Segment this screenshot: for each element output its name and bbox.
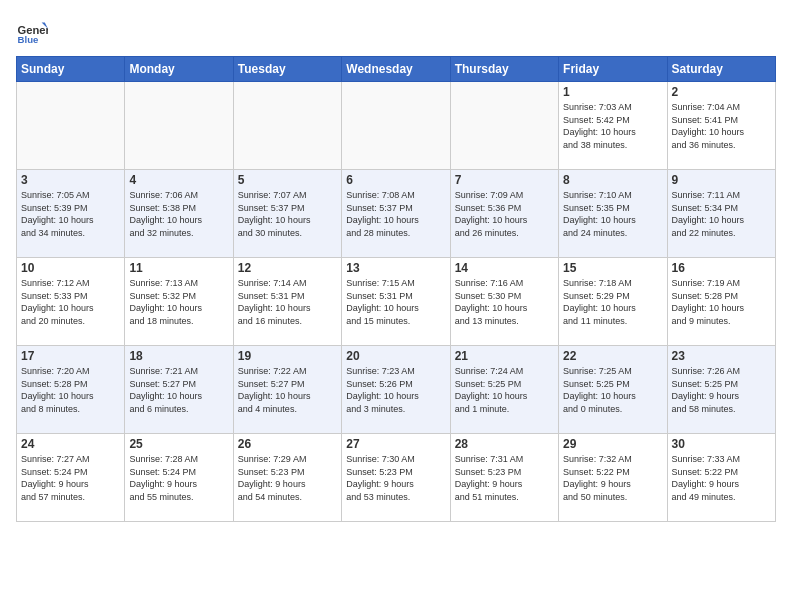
weekday-header-wednesday: Wednesday [342, 57, 450, 82]
calendar-cell: 25Sunrise: 7:28 AMSunset: 5:24 PMDayligh… [125, 434, 233, 522]
day-number: 12 [238, 261, 337, 275]
calendar-cell: 20Sunrise: 7:23 AMSunset: 5:26 PMDayligh… [342, 346, 450, 434]
day-number: 13 [346, 261, 445, 275]
day-info: Sunrise: 7:03 AMSunset: 5:42 PMDaylight:… [563, 101, 662, 151]
calendar-week-5: 24Sunrise: 7:27 AMSunset: 5:24 PMDayligh… [17, 434, 776, 522]
day-info: Sunrise: 7:31 AMSunset: 5:23 PMDaylight:… [455, 453, 554, 503]
day-number: 16 [672, 261, 771, 275]
calendar-cell: 16Sunrise: 7:19 AMSunset: 5:28 PMDayligh… [667, 258, 775, 346]
day-info: Sunrise: 7:06 AMSunset: 5:38 PMDaylight:… [129, 189, 228, 239]
calendar-cell: 6Sunrise: 7:08 AMSunset: 5:37 PMDaylight… [342, 170, 450, 258]
day-number: 25 [129, 437, 228, 451]
day-number: 28 [455, 437, 554, 451]
calendar-cell: 26Sunrise: 7:29 AMSunset: 5:23 PMDayligh… [233, 434, 341, 522]
day-number: 8 [563, 173, 662, 187]
calendar-table: SundayMondayTuesdayWednesdayThursdayFrid… [16, 56, 776, 522]
weekday-header-saturday: Saturday [667, 57, 775, 82]
day-number: 10 [21, 261, 120, 275]
calendar-cell: 28Sunrise: 7:31 AMSunset: 5:23 PMDayligh… [450, 434, 558, 522]
day-number: 11 [129, 261, 228, 275]
day-number: 30 [672, 437, 771, 451]
calendar-cell: 10Sunrise: 7:12 AMSunset: 5:33 PMDayligh… [17, 258, 125, 346]
calendar-cell: 19Sunrise: 7:22 AMSunset: 5:27 PMDayligh… [233, 346, 341, 434]
day-info: Sunrise: 7:10 AMSunset: 5:35 PMDaylight:… [563, 189, 662, 239]
calendar-cell: 9Sunrise: 7:11 AMSunset: 5:34 PMDaylight… [667, 170, 775, 258]
day-number: 23 [672, 349, 771, 363]
calendar-week-4: 17Sunrise: 7:20 AMSunset: 5:28 PMDayligh… [17, 346, 776, 434]
calendar-cell: 14Sunrise: 7:16 AMSunset: 5:30 PMDayligh… [450, 258, 558, 346]
day-info: Sunrise: 7:13 AMSunset: 5:32 PMDaylight:… [129, 277, 228, 327]
day-number: 3 [21, 173, 120, 187]
calendar-cell: 7Sunrise: 7:09 AMSunset: 5:36 PMDaylight… [450, 170, 558, 258]
day-info: Sunrise: 7:22 AMSunset: 5:27 PMDaylight:… [238, 365, 337, 415]
svg-text:Blue: Blue [18, 34, 39, 45]
day-number: 14 [455, 261, 554, 275]
logo-icon: General Blue [16, 16, 48, 48]
day-info: Sunrise: 7:26 AMSunset: 5:25 PMDaylight:… [672, 365, 771, 415]
calendar-cell: 17Sunrise: 7:20 AMSunset: 5:28 PMDayligh… [17, 346, 125, 434]
day-info: Sunrise: 7:12 AMSunset: 5:33 PMDaylight:… [21, 277, 120, 327]
calendar-cell: 15Sunrise: 7:18 AMSunset: 5:29 PMDayligh… [559, 258, 667, 346]
calendar-cell: 8Sunrise: 7:10 AMSunset: 5:35 PMDaylight… [559, 170, 667, 258]
day-number: 20 [346, 349, 445, 363]
calendar-cell: 18Sunrise: 7:21 AMSunset: 5:27 PMDayligh… [125, 346, 233, 434]
calendar-cell: 22Sunrise: 7:25 AMSunset: 5:25 PMDayligh… [559, 346, 667, 434]
calendar-cell: 1Sunrise: 7:03 AMSunset: 5:42 PMDaylight… [559, 82, 667, 170]
day-number: 21 [455, 349, 554, 363]
day-number: 7 [455, 173, 554, 187]
day-info: Sunrise: 7:20 AMSunset: 5:28 PMDaylight:… [21, 365, 120, 415]
day-number: 17 [21, 349, 120, 363]
calendar-cell: 12Sunrise: 7:14 AMSunset: 5:31 PMDayligh… [233, 258, 341, 346]
day-info: Sunrise: 7:27 AMSunset: 5:24 PMDaylight:… [21, 453, 120, 503]
day-info: Sunrise: 7:33 AMSunset: 5:22 PMDaylight:… [672, 453, 771, 503]
day-number: 19 [238, 349, 337, 363]
calendar-week-1: 1Sunrise: 7:03 AMSunset: 5:42 PMDaylight… [17, 82, 776, 170]
calendar-cell [450, 82, 558, 170]
day-info: Sunrise: 7:23 AMSunset: 5:26 PMDaylight:… [346, 365, 445, 415]
calendar-cell: 11Sunrise: 7:13 AMSunset: 5:32 PMDayligh… [125, 258, 233, 346]
day-info: Sunrise: 7:32 AMSunset: 5:22 PMDaylight:… [563, 453, 662, 503]
day-info: Sunrise: 7:04 AMSunset: 5:41 PMDaylight:… [672, 101, 771, 151]
day-info: Sunrise: 7:11 AMSunset: 5:34 PMDaylight:… [672, 189, 771, 239]
calendar-cell: 5Sunrise: 7:07 AMSunset: 5:37 PMDaylight… [233, 170, 341, 258]
calendar-cell: 23Sunrise: 7:26 AMSunset: 5:25 PMDayligh… [667, 346, 775, 434]
calendar-cell [125, 82, 233, 170]
weekday-header-thursday: Thursday [450, 57, 558, 82]
day-number: 4 [129, 173, 228, 187]
day-number: 24 [21, 437, 120, 451]
day-number: 9 [672, 173, 771, 187]
day-info: Sunrise: 7:16 AMSunset: 5:30 PMDaylight:… [455, 277, 554, 327]
day-info: Sunrise: 7:30 AMSunset: 5:23 PMDaylight:… [346, 453, 445, 503]
calendar-cell: 2Sunrise: 7:04 AMSunset: 5:41 PMDaylight… [667, 82, 775, 170]
weekday-header-monday: Monday [125, 57, 233, 82]
calendar-cell: 30Sunrise: 7:33 AMSunset: 5:22 PMDayligh… [667, 434, 775, 522]
day-number: 26 [238, 437, 337, 451]
day-info: Sunrise: 7:09 AMSunset: 5:36 PMDaylight:… [455, 189, 554, 239]
calendar-cell: 24Sunrise: 7:27 AMSunset: 5:24 PMDayligh… [17, 434, 125, 522]
day-info: Sunrise: 7:19 AMSunset: 5:28 PMDaylight:… [672, 277, 771, 327]
day-number: 29 [563, 437, 662, 451]
day-number: 22 [563, 349, 662, 363]
calendar-cell: 3Sunrise: 7:05 AMSunset: 5:39 PMDaylight… [17, 170, 125, 258]
day-info: Sunrise: 7:25 AMSunset: 5:25 PMDaylight:… [563, 365, 662, 415]
day-info: Sunrise: 7:07 AMSunset: 5:37 PMDaylight:… [238, 189, 337, 239]
calendar-week-2: 3Sunrise: 7:05 AMSunset: 5:39 PMDaylight… [17, 170, 776, 258]
day-number: 2 [672, 85, 771, 99]
day-number: 27 [346, 437, 445, 451]
page-header: General Blue [16, 16, 776, 48]
calendar-cell: 13Sunrise: 7:15 AMSunset: 5:31 PMDayligh… [342, 258, 450, 346]
calendar-cell: 27Sunrise: 7:30 AMSunset: 5:23 PMDayligh… [342, 434, 450, 522]
calendar-cell [342, 82, 450, 170]
day-info: Sunrise: 7:21 AMSunset: 5:27 PMDaylight:… [129, 365, 228, 415]
weekday-header-tuesday: Tuesday [233, 57, 341, 82]
day-info: Sunrise: 7:15 AMSunset: 5:31 PMDaylight:… [346, 277, 445, 327]
calendar-week-3: 10Sunrise: 7:12 AMSunset: 5:33 PMDayligh… [17, 258, 776, 346]
day-number: 5 [238, 173, 337, 187]
day-number: 6 [346, 173, 445, 187]
day-info: Sunrise: 7:28 AMSunset: 5:24 PMDaylight:… [129, 453, 228, 503]
day-info: Sunrise: 7:29 AMSunset: 5:23 PMDaylight:… [238, 453, 337, 503]
day-number: 18 [129, 349, 228, 363]
logo: General Blue [16, 16, 48, 48]
calendar-cell [233, 82, 341, 170]
day-number: 15 [563, 261, 662, 275]
